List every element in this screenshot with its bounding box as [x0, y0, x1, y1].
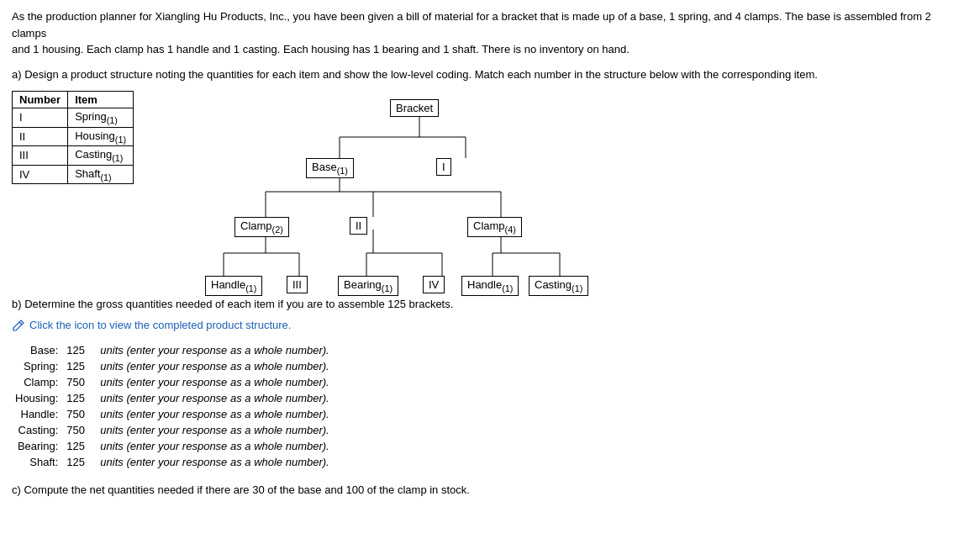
click-icon-label: Click the icon to view the completed pro…	[29, 319, 291, 331]
quantity-label: Base:	[12, 342, 63, 358]
click-icon-line[interactable]: Click the icon to view the completed pro…	[12, 319, 968, 332]
quantity-value: 125	[63, 342, 97, 358]
table-row: IIICasting(1)	[13, 146, 134, 166]
section-c: c) Compute the net quantities needed if …	[12, 482, 968, 499]
quantity-row: Base:125units (enter your response as a …	[12, 342, 333, 358]
tree-node-clamp4: Clamp(4)	[467, 217, 522, 237]
pencil-icon	[12, 319, 25, 332]
quantity-label: Housing:	[12, 390, 63, 406]
quantity-hint: units (enter your response as a whole nu…	[97, 374, 332, 390]
question-a: a) Design a product structure noting the…	[12, 66, 968, 83]
quantities-table: Base:125units (enter your response as a …	[12, 342, 333, 470]
row-number: I	[13, 108, 68, 128]
tree-node-clamp2: Clamp(2)	[234, 217, 289, 237]
row-number: IV	[13, 165, 68, 184]
quantity-value: 125	[63, 454, 97, 470]
tree-node-bearing1: Bearing(1)	[338, 276, 398, 296]
quantity-row: Shaft:125units (enter your response as a…	[12, 454, 333, 470]
intro-line1: As the production planner for Xiangling …	[12, 10, 931, 40]
question-b-text: b) Determine the gross quantities needed…	[12, 296, 968, 314]
tree-node-base: Base(1)	[306, 158, 354, 178]
row-number: III	[13, 146, 68, 166]
quantity-row: Spring:125units (enter your response as …	[12, 358, 333, 374]
svg-line-21	[19, 322, 22, 325]
row-number: II	[13, 127, 68, 146]
quantity-value: 750	[63, 406, 97, 422]
quantity-hint: units (enter your response as a whole nu…	[97, 422, 332, 438]
row-item: Shaft(1)	[68, 165, 134, 184]
row-item: Spring(1)	[68, 108, 134, 128]
tree-node-roman_II: II	[350, 217, 367, 235]
tree-node-roman_IV: IV	[423, 276, 445, 293]
quantity-value: 125	[63, 438, 97, 454]
question-c-text: c) Compute the net quantities needed if …	[12, 483, 470, 496]
quantity-label: Casting:	[12, 422, 63, 438]
tree-node-handle1b: Handle(1)	[461, 276, 519, 296]
quantity-hint: units (enter your response as a whole nu…	[97, 390, 332, 406]
table-row: IVShaft(1)	[13, 165, 134, 184]
tree-panel: BracketBase(1)IClamp(2)IIClamp(4)Handle(…	[155, 91, 968, 284]
quantity-hint: units (enter your response as a whole nu…	[97, 358, 332, 374]
tree-lines-svg	[205, 91, 676, 293]
quantity-row: Clamp:750units (enter your response as a…	[12, 374, 333, 390]
quantity-label: Clamp:	[12, 374, 63, 390]
tree-node-handle1a: Handle(1)	[205, 276, 262, 296]
quantity-hint: units (enter your response as a whole nu…	[97, 454, 332, 470]
quantity-label: Bearing:	[12, 438, 63, 454]
row-item: Casting(1)	[68, 146, 134, 166]
quantity-value: 750	[63, 374, 97, 390]
section-b: b) Determine the gross quantities needed…	[12, 296, 968, 314]
item-table: Number Item ISpring(1)IIHousing(1)IIICas…	[12, 91, 134, 184]
tree-node-roman_III: III	[287, 276, 308, 293]
structure-area: Number Item ISpring(1)IIHousing(1)IIICas…	[12, 91, 968, 284]
row-item: Housing(1)	[68, 127, 134, 146]
tree-container: BracketBase(1)IClamp(2)IIClamp(4)Handle(…	[205, 91, 676, 284]
table-row: IIHousing(1)	[13, 127, 134, 146]
intro-line2: and 1 housing. Each clamp has 1 handle a…	[12, 43, 630, 55]
left-panel: Number Item ISpring(1)IIHousing(1)IIICas…	[12, 91, 146, 184]
col-header-number: Number	[13, 92, 68, 108]
quantity-label: Handle:	[12, 406, 63, 422]
quantity-row: Bearing:125units (enter your response as…	[12, 438, 333, 454]
table-row: ISpring(1)	[13, 108, 134, 128]
tree-node-casting1: Casting(1)	[529, 276, 588, 296]
tree-node-roman_I: I	[436, 158, 451, 176]
quantity-row: Casting:750units (enter your response as…	[12, 422, 333, 438]
intro-text: As the production planner for Xiangling …	[12, 8, 968, 58]
quantity-hint: units (enter your response as a whole nu…	[97, 406, 332, 422]
quantity-value: 750	[63, 422, 97, 438]
quantity-row: Handle:750units (enter your response as …	[12, 406, 333, 422]
quantity-value: 125	[63, 390, 97, 406]
quantity-label: Spring:	[12, 358, 63, 374]
quantity-hint: units (enter your response as a whole nu…	[97, 438, 332, 454]
col-header-item: Item	[68, 92, 134, 108]
quantity-hint: units (enter your response as a whole nu…	[97, 342, 332, 358]
quantity-value: 125	[63, 358, 97, 374]
quantity-row: Housing:125units (enter your response as…	[12, 390, 333, 406]
tree-node-bracket: Bracket	[390, 99, 439, 117]
quantity-label: Shaft:	[12, 454, 63, 470]
